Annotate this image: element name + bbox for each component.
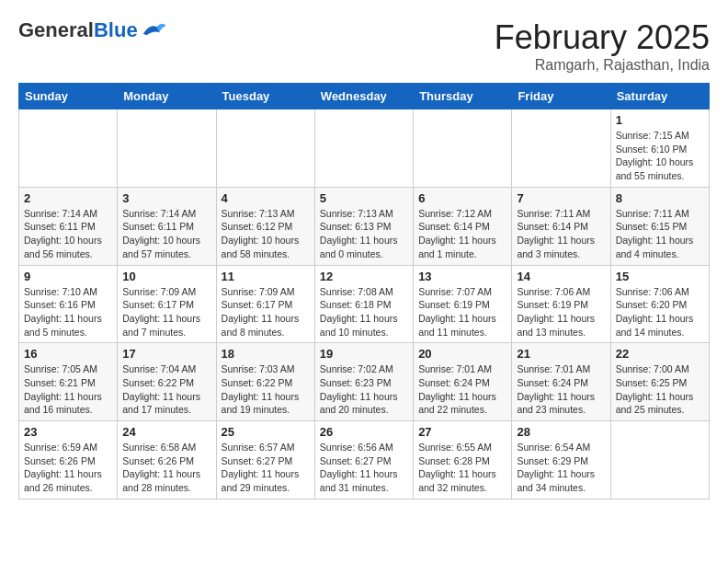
- day-number: 19: [320, 347, 408, 361]
- day-info: Sunrise: 7:04 AM Sunset: 6:22 PM Dayligh…: [122, 362, 210, 417]
- calendar-day-17: 17Sunrise: 7:04 AM Sunset: 6:22 PM Dayli…: [118, 343, 216, 421]
- calendar-day-22: 22Sunrise: 7:00 AM Sunset: 6:25 PM Dayli…: [610, 343, 709, 421]
- calendar-table: SundayMondayTuesdayWednesdayThursdayFrid…: [18, 83, 710, 500]
- day-info: Sunrise: 7:11 AM Sunset: 6:14 PM Dayligh…: [517, 207, 605, 261]
- calendar-week-row: 1Sunrise: 7:15 AM Sunset: 6:10 PM Daylig…: [19, 109, 710, 188]
- day-number: 4: [222, 191, 310, 205]
- location-title: Ramgarh, Rajasthan, India: [495, 57, 710, 74]
- calendar-day-21: 21Sunrise: 7:01 AM Sunset: 6:24 PM Dayli…: [512, 343, 610, 421]
- calendar-day-23: 23Sunrise: 6:59 AM Sunset: 6:26 PM Dayli…: [19, 421, 118, 500]
- logo-blue: Blue: [94, 18, 138, 41]
- calendar-day-5: 5Sunrise: 7:13 AM Sunset: 6:13 PM Daylig…: [314, 187, 413, 265]
- day-info: Sunrise: 6:59 AM Sunset: 6:26 PM Dayligh…: [24, 441, 112, 495]
- day-number: 17: [122, 347, 210, 361]
- day-info: Sunrise: 7:14 AM Sunset: 6:11 PM Dayligh…: [24, 207, 112, 261]
- day-info: Sunrise: 7:07 AM Sunset: 6:19 PM Dayligh…: [418, 285, 506, 339]
- day-number: 12: [320, 270, 408, 283]
- calendar-day-1: 1Sunrise: 7:15 AM Sunset: 6:10 PM Daylig…: [610, 109, 709, 188]
- day-info: Sunrise: 6:54 AM Sunset: 6:29 PM Dayligh…: [517, 441, 605, 495]
- col-header-tuesday: Tuesday: [216, 84, 314, 109]
- calendar-day-2: 2Sunrise: 7:14 AM Sunset: 6:11 PM Daylig…: [19, 187, 118, 265]
- day-number: 7: [517, 191, 605, 205]
- logo-general: General: [18, 18, 94, 41]
- calendar-day-12: 12Sunrise: 7:08 AM Sunset: 6:18 PM Dayli…: [314, 265, 413, 343]
- day-info: Sunrise: 6:57 AM Sunset: 6:27 PM Dayligh…: [222, 441, 310, 495]
- calendar-day-11: 11Sunrise: 7:09 AM Sunset: 6:17 PM Dayli…: [216, 265, 314, 343]
- calendar-day-4: 4Sunrise: 7:13 AM Sunset: 6:12 PM Daylig…: [216, 187, 314, 265]
- day-number: 20: [418, 347, 506, 361]
- day-number: 27: [418, 425, 506, 439]
- day-number: 25: [222, 425, 310, 439]
- calendar-day-7: 7Sunrise: 7:11 AM Sunset: 6:14 PM Daylig…: [512, 187, 610, 265]
- calendar-day-3: 3Sunrise: 7:14 AM Sunset: 6:11 PM Daylig…: [118, 187, 216, 265]
- calendar-title-section: February 2025 Ramgarh, Rajasthan, India: [495, 18, 710, 74]
- day-info: Sunrise: 7:03 AM Sunset: 6:22 PM Dayligh…: [222, 362, 310, 417]
- col-header-thursday: Thursday: [414, 84, 512, 109]
- calendar-empty-cell: [610, 421, 709, 500]
- day-info: Sunrise: 6:55 AM Sunset: 6:28 PM Dayligh…: [418, 441, 506, 495]
- day-info: Sunrise: 7:08 AM Sunset: 6:18 PM Dayligh…: [320, 285, 408, 339]
- col-header-monday: Monday: [118, 84, 216, 109]
- day-info: Sunrise: 7:09 AM Sunset: 6:17 PM Dayligh…: [222, 285, 310, 339]
- day-info: Sunrise: 7:01 AM Sunset: 6:24 PM Dayligh…: [517, 362, 605, 417]
- calendar-day-10: 10Sunrise: 7:09 AM Sunset: 6:17 PM Dayli…: [118, 265, 216, 343]
- calendar-day-9: 9Sunrise: 7:10 AM Sunset: 6:16 PM Daylig…: [19, 265, 118, 343]
- day-number: 10: [122, 270, 210, 283]
- day-number: 2: [24, 191, 112, 205]
- day-number: 11: [222, 270, 310, 283]
- day-info: Sunrise: 7:01 AM Sunset: 6:24 PM Dayligh…: [418, 362, 506, 417]
- day-info: Sunrise: 7:06 AM Sunset: 6:19 PM Dayligh…: [517, 285, 605, 339]
- calendar-header-row: SundayMondayTuesdayWednesdayThursdayFrid…: [19, 84, 710, 109]
- calendar-day-18: 18Sunrise: 7:03 AM Sunset: 6:22 PM Dayli…: [216, 343, 314, 421]
- day-info: Sunrise: 7:09 AM Sunset: 6:17 PM Dayligh…: [122, 285, 210, 339]
- calendar-week-row: 16Sunrise: 7:05 AM Sunset: 6:21 PM Dayli…: [19, 343, 710, 421]
- calendar-day-6: 6Sunrise: 7:12 AM Sunset: 6:14 PM Daylig…: [414, 187, 512, 265]
- calendar-week-row: 2Sunrise: 7:14 AM Sunset: 6:11 PM Daylig…: [19, 187, 710, 265]
- day-number: 1: [616, 113, 704, 127]
- calendar-empty-cell: [118, 109, 216, 188]
- calendar-day-19: 19Sunrise: 7:02 AM Sunset: 6:23 PM Dayli…: [314, 343, 413, 421]
- calendar-day-14: 14Sunrise: 7:06 AM Sunset: 6:19 PM Dayli…: [512, 265, 610, 343]
- calendar-empty-cell: [314, 109, 413, 188]
- day-number: 22: [616, 347, 704, 361]
- col-header-sunday: Sunday: [19, 84, 118, 109]
- day-number: 28: [517, 425, 605, 439]
- calendar-day-27: 27Sunrise: 6:55 AM Sunset: 6:28 PM Dayli…: [414, 421, 512, 500]
- month-title: February 2025: [495, 18, 710, 57]
- day-number: 21: [517, 347, 605, 361]
- calendar-day-8: 8Sunrise: 7:11 AM Sunset: 6:15 PM Daylig…: [610, 187, 709, 265]
- day-info: Sunrise: 7:06 AM Sunset: 6:20 PM Dayligh…: [616, 285, 704, 339]
- col-header-wednesday: Wednesday: [314, 84, 413, 109]
- day-info: Sunrise: 7:00 AM Sunset: 6:25 PM Dayligh…: [616, 362, 704, 417]
- calendar-day-24: 24Sunrise: 6:58 AM Sunset: 6:26 PM Dayli…: [118, 421, 216, 500]
- col-header-saturday: Saturday: [610, 84, 709, 109]
- day-info: Sunrise: 7:13 AM Sunset: 6:13 PM Dayligh…: [320, 207, 408, 261]
- day-number: 18: [222, 347, 310, 361]
- day-number: 23: [24, 425, 112, 439]
- day-info: Sunrise: 7:15 AM Sunset: 6:10 PM Dayligh…: [616, 129, 704, 183]
- calendar-day-26: 26Sunrise: 6:56 AM Sunset: 6:27 PM Dayli…: [314, 421, 413, 500]
- calendar-day-13: 13Sunrise: 7:07 AM Sunset: 6:19 PM Dayli…: [414, 265, 512, 343]
- day-number: 9: [24, 270, 112, 283]
- day-number: 24: [122, 425, 210, 439]
- day-info: Sunrise: 7:10 AM Sunset: 6:16 PM Dayligh…: [24, 285, 112, 339]
- day-number: 3: [122, 191, 210, 205]
- calendar-day-16: 16Sunrise: 7:05 AM Sunset: 6:21 PM Dayli…: [19, 343, 118, 421]
- day-number: 26: [320, 425, 408, 439]
- day-info: Sunrise: 7:11 AM Sunset: 6:15 PM Dayligh…: [616, 207, 704, 261]
- calendar-empty-cell: [19, 109, 118, 188]
- day-number: 6: [418, 191, 506, 205]
- day-number: 14: [517, 270, 605, 283]
- calendar-day-15: 15Sunrise: 7:06 AM Sunset: 6:20 PM Dayli…: [610, 265, 709, 343]
- day-number: 13: [418, 270, 506, 283]
- day-number: 8: [616, 191, 704, 205]
- calendar-day-28: 28Sunrise: 6:54 AM Sunset: 6:29 PM Dayli…: [512, 421, 610, 500]
- page-header: GeneralBlue February 2025 Ramgarh, Rajas…: [18, 18, 710, 74]
- calendar-day-25: 25Sunrise: 6:57 AM Sunset: 6:27 PM Dayli…: [216, 421, 314, 500]
- logo: GeneralBlue: [18, 18, 167, 42]
- day-number: 16: [24, 347, 112, 361]
- day-number: 5: [320, 191, 408, 205]
- day-info: Sunrise: 6:58 AM Sunset: 6:26 PM Dayligh…: [122, 441, 210, 495]
- calendar-empty-cell: [512, 109, 610, 188]
- day-info: Sunrise: 7:13 AM Sunset: 6:12 PM Dayligh…: [222, 207, 310, 261]
